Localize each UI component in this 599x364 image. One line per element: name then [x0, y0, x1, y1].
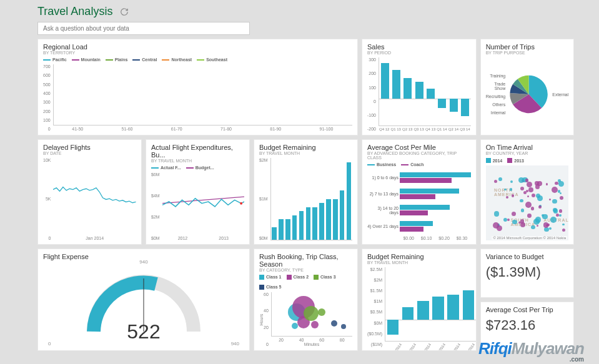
- tile-title: Budget Remaining: [367, 253, 471, 260]
- stacked-bar-chart: 7006005004003002001000 41-5051-6061-7071…: [43, 64, 352, 131]
- bubble-chart: Hours 6040200 20406080 Minutes: [259, 292, 352, 347]
- tile-subtitle: BY COUNTRY, YEAR: [486, 151, 568, 155]
- tile-subtitle: BY TRAVEL MONTH: [151, 159, 244, 163]
- page-title: Travel Analysis: [37, 5, 112, 18]
- kpi-value: ($1.39M): [486, 264, 568, 280]
- dashboard-page: Travel Analysis Regional Load BY TERRITO…: [0, 0, 599, 364]
- legend-item: 2013: [514, 159, 524, 163]
- legend: Pacific Mountain Plains Central Northeas…: [43, 57, 352, 62]
- legend-item: Northeast: [171, 57, 192, 62]
- legend-item: Actual F...: [161, 165, 181, 170]
- tile-title: Average Cost Per Mile: [367, 144, 471, 151]
- gauge-min: 0: [48, 341, 51, 347]
- tile-title: Regional Load: [43, 43, 352, 51]
- legend-item: Class 2: [294, 275, 309, 279]
- pie-label: Recruiting: [486, 94, 506, 99]
- line-chart: $6M$4M$2M$0M 20122013: [151, 172, 244, 240]
- tile-avg-cost-per-mile[interactable]: Average Cost Per Mile BY ADVANCED BOOKIN…: [362, 139, 477, 244]
- legend-item: Southeast: [206, 57, 227, 62]
- legend-item: Central: [142, 57, 157, 62]
- tile-subtitle: BY TRIP PURPOSE: [486, 51, 568, 55]
- legend-item: Class 5: [266, 285, 282, 289]
- pie-label: Training: [486, 74, 506, 78]
- tile-sales[interactable]: Sales BY PERIOD 3002001000-100-200 Q4 12…: [362, 39, 477, 135]
- legend-item: Class 3: [320, 275, 336, 279]
- tile-flight-expense[interactable]: Flight Expense 0 940 940 522: [37, 248, 250, 351]
- tile-subtitle: BY TRAVEL MONTH: [367, 260, 471, 265]
- refresh-icon[interactable]: [120, 7, 129, 16]
- tile-title: Actual Flight Expenditures, Bu...: [151, 144, 244, 159]
- legend-item: Class 1: [266, 275, 282, 279]
- tile-title: On Time Arrival: [486, 144, 568, 151]
- tile-grid: Regional Load BY TERRITORY Pacific Mount…: [37, 39, 574, 351]
- bar-chart: 3002001000-100-200 Q4 12Q1 13Q2 13Q3 13Q…: [367, 57, 471, 131]
- gauge-chart: 0 940 940 522: [43, 260, 244, 347]
- tile-avg-cost-per-trip[interactable]: Average Cost Per Trip $723.16: [480, 302, 574, 351]
- legend-item: Mountain: [81, 57, 101, 62]
- tile-actual-expenditures[interactable]: Actual Flight Expenditures, Bu... BY TRA…: [146, 139, 250, 244]
- pie-label: Trade Show: [486, 82, 506, 91]
- tile-title: Number of Trips: [486, 43, 568, 51]
- tile-title: Rush Booking, Trip Class, Season: [259, 253, 352, 268]
- gauge-value: 522: [127, 320, 160, 343]
- tile-on-time-arrival[interactable]: On Time Arrival BY COUNTRY, YEAR 2014201…: [480, 139, 574, 244]
- line-chart: 10K5K0 Jan 2014: [43, 158, 136, 240]
- tile-title: Budget Remaining: [259, 144, 352, 151]
- tile-variance-to-budget[interactable]: Variance to Budget ($1.39M): [480, 248, 574, 298]
- legend-item: Coach: [410, 162, 423, 167]
- tile-title: Delayed Flights: [43, 144, 136, 151]
- tile-subtitle: BY TRAVEL MONTH: [259, 151, 352, 155]
- world-map[interactable]: NORTHAMERICA SOUTHAMERICA AUSTRALIA © 20…: [486, 165, 568, 240]
- pie-chart: Training Trade Show Recruiting Others In…: [486, 57, 568, 131]
- bar-chart: $2.5M$2M$1.5M$1M$0.5M$0M($0.5M)($1M) 1/1…: [367, 267, 471, 347]
- legend-item: Pacific: [52, 57, 67, 62]
- tile-subtitle: BY ADVANCED BOOKING CATEGORY, TRIP CLASS: [367, 151, 471, 160]
- tile-trips[interactable]: Number of Trips BY TRIP PURPOSE Training…: [480, 39, 574, 135]
- tile-title: Variance to Budget: [486, 253, 568, 260]
- pie-label: External: [552, 92, 568, 97]
- map-credit: © 2014 Microsoft Corporation © 2014 Noki…: [492, 236, 567, 240]
- tile-title: Average Cost Per Trip: [486, 306, 568, 313]
- tile-subtitle: BY TERRITORY: [43, 51, 352, 55]
- kpi-value: $723.16: [486, 317, 568, 333]
- tile-delayed-flights[interactable]: Delayed Flights BY DATE 10K5K0 Jan 2014: [37, 139, 142, 244]
- legend-item: Business: [377, 162, 396, 167]
- svg-point-0: [240, 202, 242, 205]
- hbar-chart: 1) 0 to 6 days2) 7 to 13 days3) 14 to 20…: [367, 169, 471, 234]
- legend-item: 2014: [493, 159, 503, 163]
- gauge-max: 940: [231, 341, 239, 347]
- tile-budget-remaining-small[interactable]: Budget Remaining BY TRAVEL MONTH $2M$1M$…: [254, 139, 358, 244]
- tile-regional-load[interactable]: Regional Load BY TERRITORY Pacific Mount…: [37, 39, 358, 135]
- bar-chart: $2M$1M$0M: [259, 158, 352, 240]
- pie-label: Internal: [486, 111, 506, 115]
- legend-item: Plains: [115, 57, 128, 62]
- header: Travel Analysis: [37, 5, 574, 18]
- tile-rush-booking[interactable]: Rush Booking, Trip Class, Season BY CATE…: [254, 248, 358, 351]
- tile-subtitle: BY DATE: [43, 151, 136, 155]
- qna-input[interactable]: [37, 22, 250, 35]
- pie-label: Others: [486, 102, 506, 107]
- legend-item: Budget...: [196, 165, 214, 170]
- gauge-mid: 940: [139, 259, 147, 265]
- tile-subtitle: BY CATEGORY, TYPE: [259, 268, 352, 272]
- tile-subtitle: BY PERIOD: [367, 51, 471, 55]
- tile-title: Sales: [367, 43, 471, 51]
- tile-budget-remaining[interactable]: Budget Remaining BY TRAVEL MONTH $2.5M$2…: [362, 248, 477, 351]
